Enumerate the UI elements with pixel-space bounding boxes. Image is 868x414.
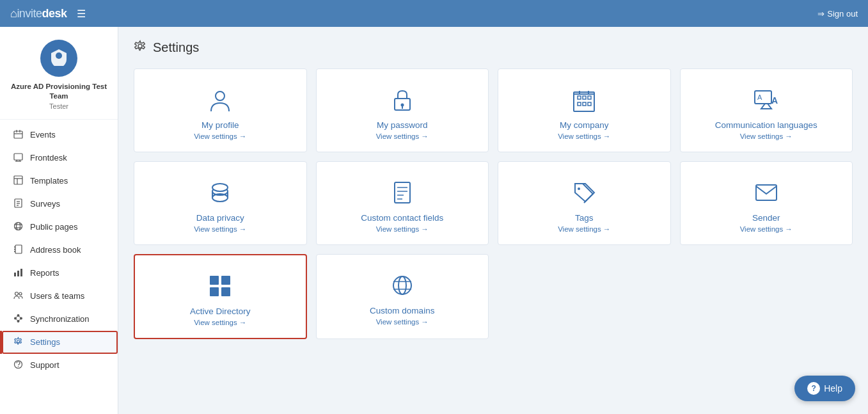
card-subtitle-my-profile: View settings → — [194, 132, 246, 140]
surveys-icon — [12, 198, 24, 210]
svg-rect-9 — [14, 176, 22, 184]
sidebar-item-templates-label: Templates — [30, 176, 68, 186]
sidebar-avatar-section: Azure AD Provisioning Test Team Tester — [0, 27, 118, 120]
svg-point-40 — [138, 44, 142, 48]
sidebar-item-settings-label: Settings — [30, 337, 60, 347]
settings-card-sender[interactable]: Sender View settings → — [680, 161, 853, 245]
svg-point-68 — [578, 187, 580, 190]
svg-rect-5 — [14, 154, 22, 160]
sidebar-item-settings[interactable]: Settings — [0, 331, 118, 354]
sidebar-item-support[interactable]: Support — [0, 354, 118, 377]
synchronization-icon — [12, 314, 24, 325]
svg-point-41 — [216, 92, 225, 100]
public-pages-icon — [12, 221, 24, 233]
card-title-my-password: My password — [377, 120, 428, 130]
settings-card-active-directory[interactable]: Active Directory View settings → — [134, 254, 307, 339]
svg-rect-70 — [210, 276, 219, 285]
settings-card-my-password[interactable]: My password View settings → — [316, 68, 489, 152]
settings-card-my-profile[interactable]: My profile View settings → — [134, 68, 307, 152]
settings-card-communication-languages[interactable]: A A Communication languages View setting… — [680, 68, 853, 152]
card-subtitle-custom-domains: View settings → — [376, 318, 429, 326]
sidebar-item-public-pages[interactable]: Public pages — [0, 216, 118, 239]
card-subtitle-custom-contact-fields: View settings → — [376, 225, 429, 233]
sidebar: Azure AD Provisioning Test Team Tester E… — [0, 27, 118, 414]
card-subtitle-sender: View settings → — [740, 225, 793, 233]
card-title-sender: Sender — [752, 213, 780, 223]
svg-line-35 — [18, 318, 21, 321]
card-title-my-company: My company — [560, 120, 609, 130]
settings-icon — [12, 337, 24, 348]
address-book-icon — [12, 244, 24, 256]
sidebar-item-events[interactable]: Events — [0, 123, 118, 147]
card-subtitle-communication-languages: View settings → — [740, 132, 793, 140]
avatar — [40, 40, 77, 77]
help-button[interactable]: ? Help — [794, 376, 855, 401]
card-subtitle-my-company: View settings → — [558, 132, 610, 140]
svg-rect-24 — [14, 273, 16, 276]
sidebar-item-users-teams[interactable]: Users & teams — [0, 285, 118, 308]
svg-rect-69 — [756, 185, 777, 200]
svg-line-36 — [15, 318, 19, 321]
svg-text:A: A — [771, 95, 778, 106]
card-title-data-privacy: Data privacy — [196, 213, 244, 223]
signout-button[interactable]: ⇒ Sign out — [817, 9, 858, 19]
sidebar-item-users-teams-label: Users & teams — [30, 291, 84, 301]
svg-text:A: A — [757, 93, 762, 101]
sidebar-item-frontdesk[interactable]: Frontdesk — [0, 147, 118, 170]
svg-point-37 — [17, 340, 19, 342]
sidebar-item-address-book[interactable]: Address book — [0, 239, 118, 262]
topnav-logo: ⌂invitedesk — [10, 7, 67, 20]
topnav: ⌂invitedesk ☰ ⇒ Sign out — [0, 0, 868, 27]
main-content: Settings My profile View settings → — [118, 27, 868, 414]
svg-point-0 — [56, 52, 62, 59]
svg-point-74 — [393, 276, 411, 294]
sidebar-item-reports[interactable]: Reports — [0, 262, 118, 285]
help-icon: ? — [807, 382, 820, 395]
svg-rect-26 — [20, 269, 22, 276]
reports-icon — [12, 267, 24, 279]
svg-point-75 — [398, 276, 406, 294]
svg-point-28 — [19, 292, 22, 295]
events-icon — [12, 129, 24, 141]
settings-page-icon — [134, 40, 146, 56]
svg-point-17 — [16, 222, 20, 230]
sidebar-item-surveys-label: Surveys — [30, 199, 60, 209]
svg-rect-46 — [578, 96, 581, 99]
svg-line-34 — [18, 315, 21, 319]
users-teams-icon — [12, 291, 24, 302]
sidebar-role: Tester — [49, 102, 68, 110]
sidebar-nav: Events Frontdesk Templates Surveys — [0, 120, 118, 414]
settings-card-custom-domains[interactable]: Custom domains View settings → — [316, 254, 489, 339]
svg-rect-71 — [221, 276, 230, 285]
sidebar-item-surveys[interactable]: Surveys — [0, 193, 118, 216]
settings-card-tags[interactable]: Tags View settings → — [498, 161, 671, 245]
card-subtitle-data-privacy: View settings → — [194, 225, 246, 233]
svg-rect-49 — [578, 102, 581, 106]
svg-rect-45 — [574, 92, 594, 111]
svg-point-27 — [15, 292, 18, 295]
svg-rect-25 — [17, 271, 19, 276]
sidebar-item-reports-label: Reports — [30, 268, 59, 278]
sidebar-item-address-book-label: Address book — [30, 245, 81, 255]
svg-point-43 — [400, 104, 404, 107]
page-title: Settings — [153, 40, 199, 55]
card-subtitle-my-password: View settings → — [376, 132, 429, 140]
settings-grid: My profile View settings → My password V… — [134, 68, 853, 339]
settings-card-custom-contact-fields[interactable]: Custom contact fields View settings → — [316, 161, 489, 245]
help-label: Help — [824, 383, 842, 394]
svg-point-39 — [17, 366, 19, 367]
svg-rect-47 — [583, 96, 586, 99]
sidebar-item-templates[interactable]: Templates — [0, 170, 118, 193]
svg-rect-50 — [583, 102, 586, 106]
svg-line-33 — [15, 315, 19, 319]
sidebar-item-events-label: Events — [30, 130, 56, 139]
card-subtitle-tags: View settings → — [558, 225, 610, 233]
sidebar-item-frontdesk-label: Frontdesk — [30, 153, 67, 163]
support-icon — [12, 360, 24, 371]
settings-card-my-company[interactable]: My company View settings → — [498, 68, 671, 152]
menu-icon[interactable]: ☰ — [77, 8, 86, 20]
svg-rect-20 — [15, 245, 22, 253]
settings-card-data-privacy[interactable]: Data privacy View settings → — [134, 161, 307, 245]
sidebar-item-synchronization[interactable]: Synchronization — [0, 308, 118, 331]
page-header: Settings — [134, 40, 853, 56]
